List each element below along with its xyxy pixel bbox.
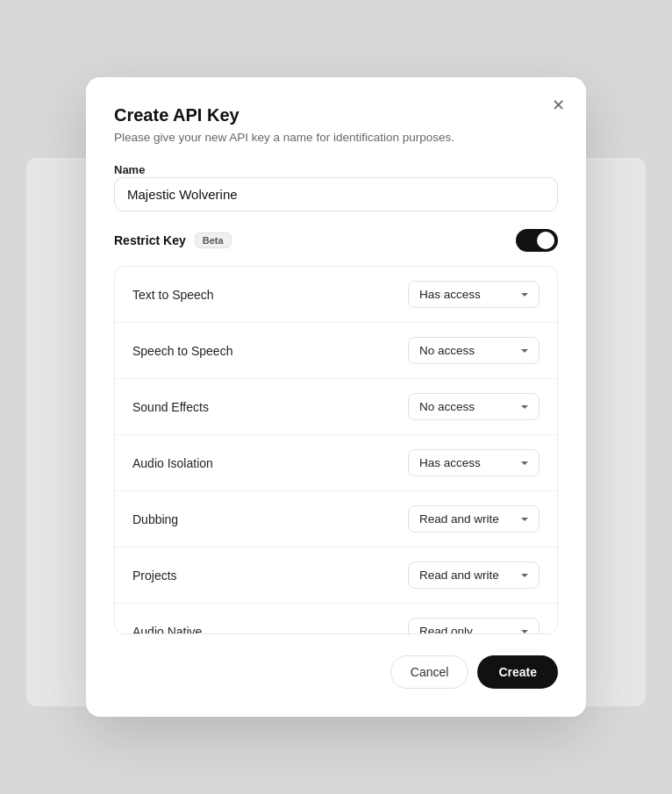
permission-row: ProjectsHas accessNo accessRead and writ… xyxy=(115,547,557,604)
permission-row: Audio NativeHas accessNo accessRead and … xyxy=(115,604,557,634)
permission-row: Text to SpeechHas accessNo accessRead an… xyxy=(115,267,557,323)
permission-row: Audio IsolationHas accessNo accessRead a… xyxy=(115,435,557,491)
permission-select[interactable]: Has accessNo accessRead and writeRead on… xyxy=(408,618,540,634)
create-button[interactable]: Create xyxy=(477,655,558,689)
permissions-list: Text to SpeechHas accessNo accessRead an… xyxy=(114,266,558,634)
name-input[interactable] xyxy=(114,177,558,211)
cancel-button[interactable]: Cancel xyxy=(390,655,469,689)
permission-select[interactable]: Has accessNo accessRead and writeRead on… xyxy=(408,281,540,308)
restrict-key-row: Restrict Key Beta xyxy=(114,229,558,252)
restrict-key-toggle[interactable] xyxy=(516,229,558,252)
permission-row: DubbingHas accessNo accessRead and write… xyxy=(115,491,557,547)
create-api-key-modal: ✕ Create API Key Please give your new AP… xyxy=(86,77,586,717)
permission-select[interactable]: Has accessNo accessRead and writeRead on… xyxy=(408,449,540,476)
modal-actions: Cancel Create xyxy=(114,655,558,689)
permission-row: Sound EffectsHas accessNo accessRead and… xyxy=(115,379,557,435)
permission-select[interactable]: Has accessNo accessRead and writeRead on… xyxy=(408,393,540,420)
permission-row: Speech to SpeechHas accessNo accessRead … xyxy=(115,323,557,379)
close-button[interactable]: ✕ xyxy=(546,93,570,118)
permission-name: Audio Native xyxy=(132,625,202,635)
permission-select[interactable]: Has accessNo accessRead and writeRead on… xyxy=(408,337,540,364)
restrict-key-label: Restrict Key xyxy=(114,233,186,247)
permission-name: Dubbing xyxy=(132,512,178,526)
modal-title: Create API Key xyxy=(114,105,558,125)
permission-name: Audio Isolation xyxy=(132,456,213,470)
modal-subtitle: Please give your new API key a name for … xyxy=(114,131,558,144)
permission-name: Projects xyxy=(132,569,177,583)
permission-name: Sound Effects xyxy=(132,400,209,414)
permission-select[interactable]: Has accessNo accessRead and writeRead on… xyxy=(408,505,540,533)
permission-name: Text to Speech xyxy=(132,288,214,302)
beta-badge: Beta xyxy=(195,232,232,248)
name-label: Name xyxy=(114,163,145,176)
permission-name: Speech to Speech xyxy=(132,344,232,358)
permission-select[interactable]: Has accessNo accessRead and writeRead on… xyxy=(408,562,540,589)
modal-overlay: ✕ Create API Key Please give your new AP… xyxy=(0,0,672,794)
